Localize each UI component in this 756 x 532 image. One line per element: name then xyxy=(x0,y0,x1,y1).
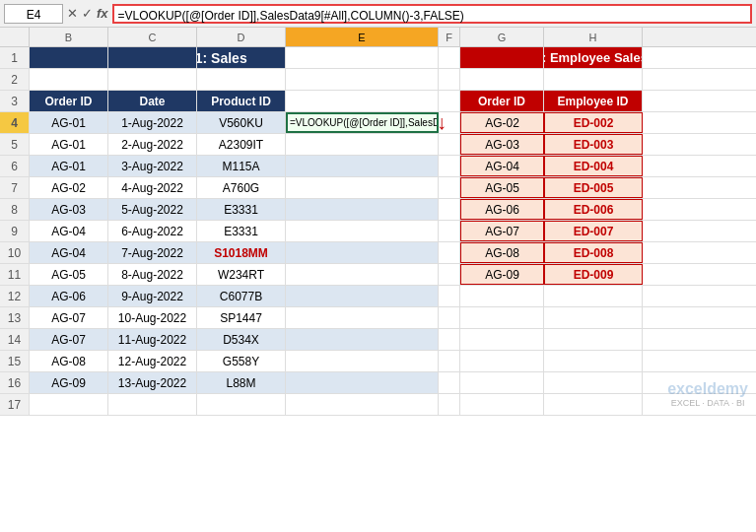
r10-b[interactable]: AG-04 xyxy=(30,242,108,263)
r7-b[interactable]: AG-02 xyxy=(30,177,108,198)
r15-b[interactable]: AG-08 xyxy=(30,351,108,371)
row-16: 16 AG-09 13-Aug-2022 L88M xyxy=(0,372,756,394)
r9-d[interactable]: E3331 xyxy=(197,221,286,241)
r2-b xyxy=(30,69,108,90)
row-num-10: 10 xyxy=(0,242,30,263)
row-12: 12 AG-06 9-Aug-2022 C6077B xyxy=(0,286,756,307)
row-2: 2 xyxy=(0,69,756,91)
r10-c[interactable]: 7-Aug-2022 xyxy=(108,242,197,263)
t1-header-date: Date xyxy=(108,91,197,111)
r15-d[interactable]: G558Y xyxy=(197,351,286,371)
r9-b[interactable]: AG-04 xyxy=(30,221,108,241)
r17-b xyxy=(30,394,108,415)
row-num-15: 15 xyxy=(0,351,30,371)
row-num-13: 13 xyxy=(0,307,30,328)
r6-g[interactable]: AG-04 xyxy=(460,156,544,176)
r6-e[interactable] xyxy=(286,156,439,176)
r9-h[interactable]: ED-007 xyxy=(544,221,643,241)
r11-h[interactable]: ED-009 xyxy=(544,264,643,285)
r7-g[interactable]: AG-05 xyxy=(460,177,544,198)
r6-b[interactable]: AG-01 xyxy=(30,156,108,176)
r8-e[interactable] xyxy=(286,199,439,220)
r4-d[interactable]: V560KU xyxy=(197,112,286,133)
r15-c[interactable]: 12-Aug-2022 xyxy=(108,351,197,371)
r14-d[interactable]: D534X xyxy=(197,329,286,350)
r5-h[interactable]: ED-003 xyxy=(544,134,643,155)
col-header-F[interactable]: F xyxy=(439,28,460,46)
r10-d[interactable]: S1018MM xyxy=(197,242,286,263)
row-num-7: 7 xyxy=(0,177,30,198)
r5-d[interactable]: A2309IT xyxy=(197,134,286,155)
r5-c[interactable]: 2-Aug-2022 xyxy=(108,134,197,155)
cancel-icon[interactable]: ✕ xyxy=(67,6,78,21)
r4-g[interactable]: AG-02 xyxy=(460,112,544,133)
row-num-5: 5 xyxy=(0,134,30,155)
r11-b[interactable]: AG-05 xyxy=(30,264,108,285)
r5-g[interactable]: AG-03 xyxy=(460,134,544,155)
r9-e[interactable] xyxy=(286,221,439,241)
r13-b[interactable]: AG-07 xyxy=(30,307,108,328)
r14-b[interactable]: AG-07 xyxy=(30,329,108,350)
r9-c[interactable]: 6-Aug-2022 xyxy=(108,221,197,241)
r11-g[interactable]: AG-09 xyxy=(460,264,544,285)
r13-d[interactable]: SP1447 xyxy=(197,307,286,328)
r7-h[interactable]: ED-005 xyxy=(544,177,643,198)
r8-c[interactable]: 5-Aug-2022 xyxy=(108,199,197,220)
r14-g xyxy=(460,329,544,350)
r16-b[interactable]: AG-09 xyxy=(30,372,108,393)
r13-c[interactable]: 10-Aug-2022 xyxy=(108,307,197,328)
r7-e[interactable] xyxy=(286,177,439,198)
r12-d[interactable]: C6077B xyxy=(197,286,286,306)
r11-e[interactable] xyxy=(286,264,439,285)
r12-b[interactable]: AG-06 xyxy=(30,286,108,306)
r2-f xyxy=(439,69,460,90)
r8-d[interactable]: E3331 xyxy=(197,199,286,220)
r14-e[interactable] xyxy=(286,329,439,350)
r12-c[interactable]: 9-Aug-2022 xyxy=(108,286,197,306)
col-header-B[interactable]: B xyxy=(30,28,108,46)
r6-c[interactable]: 3-Aug-2022 xyxy=(108,156,197,176)
r4-c[interactable]: 1-Aug-2022 xyxy=(108,112,197,133)
col-header-D[interactable]: D xyxy=(197,28,286,46)
r8-b[interactable]: AG-03 xyxy=(30,199,108,220)
col-header-H[interactable]: H xyxy=(544,28,643,46)
r16-c[interactable]: 13-Aug-2022 xyxy=(108,372,197,393)
t2-header-employeeid: Employee ID xyxy=(544,91,643,111)
col-header-G[interactable]: G xyxy=(460,28,544,46)
col-header-C[interactable]: C xyxy=(108,28,197,46)
col-header-E[interactable]: E xyxy=(286,28,439,46)
r8-h[interactable]: ED-006 xyxy=(544,199,643,220)
r12-e[interactable] xyxy=(286,286,439,306)
r10-h[interactable]: ED-008 xyxy=(544,242,643,263)
r9-g[interactable]: AG-07 xyxy=(460,221,544,241)
r13-e[interactable] xyxy=(286,307,439,328)
r16-h xyxy=(544,372,643,393)
r5-b[interactable]: AG-01 xyxy=(30,134,108,155)
r16-e[interactable] xyxy=(286,372,439,393)
r7-d[interactable]: A760G xyxy=(197,177,286,198)
confirm-icon[interactable]: ✓ xyxy=(82,6,93,21)
r6-d[interactable]: M115A xyxy=(197,156,286,176)
r7-c[interactable]: 4-Aug-2022 xyxy=(108,177,197,198)
watermark: exceldemy EXCEL · DATA · BI xyxy=(667,380,748,408)
insert-function-icon[interactable]: fx xyxy=(97,6,108,21)
name-box[interactable]: E4 xyxy=(4,4,63,24)
r10-g[interactable]: AG-08 xyxy=(460,242,544,263)
row-num-9: 9 xyxy=(0,221,30,241)
r16-d[interactable]: L88M xyxy=(197,372,286,393)
r4-b[interactable]: AG-01 xyxy=(30,112,108,133)
r11-d[interactable]: W234RT xyxy=(197,264,286,285)
r14-c[interactable]: 11-Aug-2022 xyxy=(108,329,197,350)
formula-input[interactable]: =VLOOKUP([@[Order ID]],SalesData9[#All],… xyxy=(112,4,752,24)
r4-e-formula[interactable]: =VLOOKUP([@[Order ID]],SalesData9[#All],… xyxy=(286,112,439,133)
r6-h[interactable]: ED-004 xyxy=(544,156,643,176)
row-4: 4 AG-01 1-Aug-2022 V560KU =VLOOKUP([@[Or… xyxy=(0,112,756,134)
r8-g[interactable]: AG-06 xyxy=(460,199,544,220)
row-num-6: 6 xyxy=(0,156,30,176)
r4-f-arrow: ↓ xyxy=(439,112,460,133)
r11-c[interactable]: 8-Aug-2022 xyxy=(108,264,197,285)
r15-e[interactable] xyxy=(286,351,439,371)
r4-h[interactable]: ED-002 xyxy=(544,112,643,133)
r10-e[interactable] xyxy=(286,242,439,263)
r5-e[interactable] xyxy=(286,134,439,155)
